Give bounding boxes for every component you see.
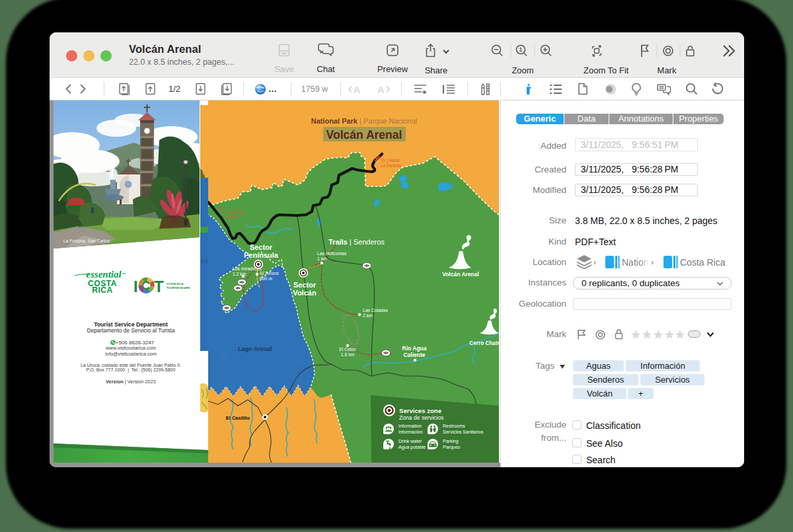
svg-text:Volcán Arenal: Volcán Arenal — [442, 271, 479, 278]
svg-text:Zona de servicios: Zona de servicios — [399, 414, 443, 421]
svg-text:La Fortuna, San Carlos: La Fortuna, San Carlos — [63, 239, 110, 243]
svg-text:2 km: 2 km — [363, 313, 373, 318]
svg-text:essential: essential — [86, 269, 122, 280]
svg-text:Parking: Parking — [443, 439, 459, 444]
svg-text:Information: Information — [398, 424, 422, 428]
svg-text:Los miradores: Los miradores — [233, 266, 262, 271]
svg-text:A: A — [354, 83, 360, 95]
svg-text:1: 1 — [519, 46, 522, 53]
svg-text:Cerro Chato: Cerro Chato — [469, 340, 499, 346]
svg-text:info@visitcostarica.com: info@visitcostarica.com — [105, 351, 157, 357]
svg-text:TOURISM BOARD: TOURISM BOARD — [167, 286, 190, 289]
svg-text:Volcán Arenal: Volcán Arenal — [326, 128, 402, 141]
svg-text:COSTA RICA: COSTA RICA — [167, 282, 184, 285]
svg-text:I: I — [133, 278, 138, 295]
svg-text:Tilarán: Tilarán — [225, 215, 238, 219]
svg-text:Services zone: Services zone — [399, 407, 441, 414]
svg-text:Las Heliconias: Las Heliconias — [317, 251, 347, 256]
svg-text:El Tororoi: El Tororoi — [260, 271, 279, 276]
svg-text:Agua potable: Agua potable — [398, 445, 426, 450]
svg-text:To | Hacia: To | Hacia — [225, 209, 244, 215]
svg-text:A: A — [377, 83, 384, 95]
svg-text:600 m: 600 m — [260, 276, 272, 281]
svg-text:1 km: 1 km — [317, 256, 327, 261]
svg-text:National Park | Parque Nacio: National Park | Parque Nacional — [311, 117, 418, 125]
svg-text:Sector: Sector — [250, 243, 273, 251]
svg-text:Río Agua: Río Agua — [402, 345, 427, 352]
svg-text:1.8 km: 1.8 km — [341, 352, 355, 357]
svg-text:1.2 km: 1.2 km — [233, 272, 246, 276]
svg-text:Drink water: Drink water — [398, 439, 422, 443]
svg-text:Servicios Sanitarios: Servicios Sanitarios — [443, 430, 484, 434]
svg-text:Caliente: Caliente — [403, 352, 425, 358]
svg-text:La Fortuna: La Fortuna — [381, 163, 401, 168]
svg-text:Lago Arenal: Lago Arenal — [238, 346, 272, 352]
svg-text:Trails | Senderos: Trails | Senderos — [328, 238, 385, 246]
svg-text:El Castillo: El Castillo — [226, 415, 250, 421]
svg-text:Parqueo: Parqueo — [443, 445, 461, 450]
svg-text:Version | Versión 2023: Version | Versión 2023 — [106, 379, 156, 385]
svg-text:Información: Información — [398, 430, 423, 434]
svg-text:www.visitcostarica.com: www.visitcostarica.com — [105, 345, 156, 351]
svg-text:P.O. Box 777-1000 | Tel.: (5: P.O. Box 777-1000 | Tel.: (506) 2299-580… — [87, 367, 176, 373]
svg-text:Sector: Sector — [293, 281, 317, 289]
svg-text:Departamento de Servicio al Tu: Departamento de Servicio al Turista — [87, 327, 174, 334]
svg-text:Las Coladas: Las Coladas — [363, 308, 388, 313]
svg-text:T: T — [154, 278, 164, 295]
svg-text:Restrooms: Restrooms — [443, 424, 465, 428]
svg-text:RICA: RICA — [92, 285, 113, 295]
svg-text:Península: Península — [244, 251, 279, 259]
svg-text:To | Hacia: To | Hacia — [381, 158, 400, 163]
svg-text:La Uruca, costado este del Pue: La Uruca, costado este del Puente Juan P… — [81, 363, 181, 367]
svg-text:Volcán: Volcán — [293, 289, 317, 297]
svg-text:El Ceibo: El Ceibo — [339, 347, 356, 352]
